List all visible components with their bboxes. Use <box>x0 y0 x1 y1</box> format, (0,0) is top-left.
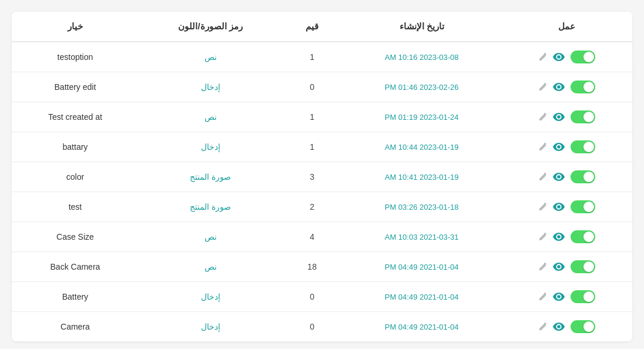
table-row: 2023-01-19 10:41 AM3صورة المنتجcolor <box>12 162 632 192</box>
date-cell: 2021-03-31 10:03 AM <box>342 222 501 252</box>
values-cell: 4 <box>282 222 342 252</box>
actions-cell <box>513 80 620 93</box>
option-cell: Case Size <box>12 222 139 252</box>
values-cell: 3 <box>282 162 342 192</box>
table-row: 2023-03-08 10:16 AM1نصtestoption <box>12 42 632 72</box>
date-cell: 2023-01-18 03:26 PM <box>342 192 501 222</box>
option-cell: test <box>12 192 139 222</box>
table-row: 2023-01-24 01:19 PM1نصTest created at <box>12 102 632 132</box>
date-cell: 2023-01-24 01:19 PM <box>342 102 501 132</box>
toggle-switch[interactable] <box>571 170 595 183</box>
date-cell: 2023-02-26 01:46 PM <box>342 72 501 102</box>
toggle-switch[interactable] <box>571 80 595 93</box>
edit-icon[interactable] <box>539 173 547 181</box>
actions-cell <box>513 230 620 243</box>
type-cell: نص <box>139 252 283 282</box>
toggle-switch[interactable] <box>571 140 595 153</box>
option-cell: battary <box>12 132 139 162</box>
actions-cell <box>513 320 620 333</box>
type-cell: نص <box>139 222 283 252</box>
table-row: 2021-01-04 04:49 PM18نصBack Camera <box>12 252 632 282</box>
edit-icon[interactable] <box>539 113 547 121</box>
table-row: 2021-01-04 04:49 PM0إدخالCamera <box>12 312 632 342</box>
edit-icon[interactable] <box>539 233 547 241</box>
header-action: عمل <box>501 12 632 42</box>
values-cell: 1 <box>282 102 342 132</box>
toggle-switch[interactable] <box>571 110 595 123</box>
header-values: قيم <box>282 12 342 42</box>
date-cell: 2023-01-19 10:41 AM <box>342 162 501 192</box>
edit-icon[interactable] <box>539 323 547 331</box>
edit-icon[interactable] <box>539 143 547 151</box>
type-cell: إدخال <box>139 282 283 312</box>
header-option: خيار <box>12 12 139 42</box>
date-cell: 2021-01-04 04:49 PM <box>342 282 501 312</box>
table-row: 2023-01-18 03:26 PM2صورة المنتجtest <box>12 192 632 222</box>
actions-cell <box>513 140 620 153</box>
toggle-slider <box>571 260 595 273</box>
toggle-slider <box>571 110 595 123</box>
edit-icon[interactable] <box>539 263 547 271</box>
actions-cell <box>513 290 620 303</box>
header-created-at: تاريخ الإنشاء <box>342 12 501 42</box>
view-icon[interactable] <box>553 83 565 91</box>
type-cell: صورة المنتج <box>139 192 283 222</box>
options-table: عمل تاريخ الإنشاء قيم رمز الصورة/اللون خ… <box>12 12 632 341</box>
table-row: 2021-03-31 10:03 AM4نصCase Size <box>12 222 632 252</box>
toggle-switch[interactable] <box>571 230 595 243</box>
toggle-slider <box>571 320 595 333</box>
toggle-switch[interactable] <box>571 320 595 333</box>
toggle-slider <box>571 80 595 93</box>
option-cell: Battery edit <box>12 72 139 102</box>
toggle-switch[interactable] <box>571 260 595 273</box>
actions-cell <box>513 260 620 273</box>
values-cell: 0 <box>282 312 342 342</box>
toggle-slider <box>571 200 595 213</box>
option-cell: testoption <box>12 42 139 72</box>
header-type: رمز الصورة/اللون <box>139 12 283 42</box>
toggle-slider <box>571 51 595 63</box>
type-cell: نص <box>139 42 283 72</box>
values-cell: 2 <box>282 192 342 222</box>
edit-icon[interactable] <box>539 203 547 211</box>
type-cell: صورة المنتج <box>139 162 283 192</box>
option-cell: Back Camera <box>12 252 139 282</box>
option-cell: color <box>12 162 139 192</box>
values-cell: 0 <box>282 72 342 102</box>
toggle-switch[interactable] <box>571 290 595 303</box>
view-icon[interactable] <box>553 323 565 331</box>
actions-cell <box>513 200 620 213</box>
table-row: 2023-01-19 10:44 AM1إدخالbattary <box>12 132 632 162</box>
view-icon[interactable] <box>553 113 565 121</box>
edit-icon[interactable] <box>539 293 547 301</box>
date-cell: 2021-01-04 04:49 PM <box>342 312 501 342</box>
table-row: 2023-02-26 01:46 PM0إدخالBattery edit <box>12 72 632 102</box>
toggle-slider <box>571 170 595 183</box>
view-icon[interactable] <box>553 293 565 301</box>
values-cell: 1 <box>282 132 342 162</box>
table-header-row: عمل تاريخ الإنشاء قيم رمز الصورة/اللون خ… <box>12 12 632 42</box>
edit-icon[interactable] <box>539 53 547 61</box>
actions-cell <box>513 170 620 183</box>
view-icon[interactable] <box>553 203 565 211</box>
toggle-switch[interactable] <box>571 51 595 63</box>
options-table-container: عمل تاريخ الإنشاء قيم رمز الصورة/اللون خ… <box>12 12 632 341</box>
toggle-switch[interactable] <box>571 200 595 213</box>
option-cell: Test created at <box>12 102 139 132</box>
view-icon[interactable] <box>553 233 565 241</box>
toggle-slider <box>571 230 595 243</box>
edit-icon[interactable] <box>539 83 547 91</box>
values-cell: 0 <box>282 282 342 312</box>
option-cell: Battery <box>12 282 139 312</box>
actions-cell <box>513 110 620 123</box>
option-cell: Camera <box>12 312 139 342</box>
table-row: 2021-01-04 04:49 PM0إدخالBattery <box>12 282 632 312</box>
view-icon[interactable] <box>553 143 565 151</box>
date-cell: 2023-03-08 10:16 AM <box>342 42 501 72</box>
type-cell: إدخال <box>139 312 283 342</box>
view-icon[interactable] <box>553 173 565 181</box>
view-icon[interactable] <box>553 53 565 61</box>
values-cell: 1 <box>282 42 342 72</box>
view-icon[interactable] <box>553 263 565 271</box>
actions-cell <box>513 51 620 63</box>
